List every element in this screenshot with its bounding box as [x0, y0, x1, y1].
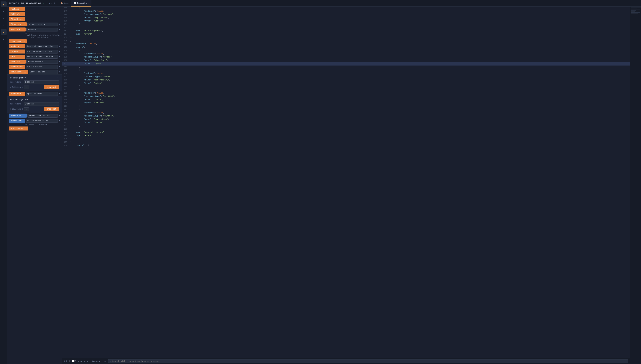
redeem-chevron[interactable]: ▼	[59, 50, 60, 53]
line-num-180: 180	[62, 118, 70, 120]
setInteres-button[interactable]: setInteres...	[9, 70, 28, 74]
setFeeRate-button[interactable]: setFeeRate	[9, 65, 25, 69]
run-icon[interactable]: ▶	[49, 2, 50, 4]
userMiners-input[interactable]	[26, 119, 58, 123]
send-input[interactable]	[26, 55, 58, 58]
getStack-input[interactable]	[27, 28, 58, 32]
line-content-165: {	[70, 69, 80, 71]
code-line-149: 149 "name": "expiration",	[62, 16, 630, 20]
redeem-input[interactable]	[26, 50, 58, 54]
line-num-174: 174	[62, 98, 70, 101]
listen-checkbox-row[interactable]: listen on all transactions	[72, 360, 107, 362]
code-line-153: 153 "name": "StackingMiner",	[62, 30, 630, 33]
code-line-158: 158 "inputs": [	[62, 46, 630, 49]
userBorro-input[interactable]	[28, 114, 58, 118]
userBorro-chevron[interactable]: ▼	[59, 114, 60, 117]
setFeeRate-input[interactable]	[26, 65, 58, 69]
stackingMiner-header[interactable]: stackingMiner ▲	[9, 76, 60, 80]
send-button[interactable]: send	[9, 54, 25, 58]
tab-fillabi[interactable]: 📄 FiLL.abi ✕	[71, 0, 92, 6]
userMiners-result: 0: bytes[]: 0x008d26	[7, 123, 62, 126]
transact-button[interactable]: transact	[44, 85, 59, 89]
stackingMiner-minerAddr-row: minerAddr:	[9, 80, 60, 84]
unstacking-transact-button[interactable]: transact	[44, 107, 59, 111]
send-row: send ▼	[7, 54, 62, 59]
line-num-186: 186	[62, 138, 70, 140]
main-content: DEPLOY & RUN TRANSACTIONS ✓ › ▶ ⌕ ⚙ 🏠 Ho…	[7, 0, 641, 364]
setInteres-row: setInteres... ▼	[7, 69, 62, 74]
code-line-175: 175 "type": "uint256"	[62, 102, 630, 105]
payback-chevron[interactable]: ▼	[59, 45, 60, 48]
interestR-button[interactable]: interestR...	[9, 39, 27, 43]
code-line-184: 184 "name": "UnstackingMiner",	[62, 131, 630, 134]
feeRate-button[interactable]: feeRate	[9, 7, 25, 11]
tx-search-box[interactable]: ⌕	[108, 359, 628, 363]
payback-button[interactable]: payback	[9, 44, 25, 48]
code-line-174: 174 "name": "quota",	[62, 98, 630, 102]
fleBalance-chevron[interactable]: ▼	[59, 23, 60, 26]
unstacking-dots-button[interactable]: ...	[24, 108, 29, 111]
interestR-row: interestR...	[7, 39, 62, 44]
userBorro-button[interactable]: userBorro...	[9, 114, 27, 118]
search-icon[interactable]: ⌕	[1, 15, 7, 21]
setExcha-input[interactable]	[27, 60, 58, 64]
line-num-146: 146	[62, 6, 70, 9]
setFeeRate-chevron[interactable]: ▼	[59, 66, 60, 68]
fillabi-tab-close[interactable]: ✕	[88, 2, 89, 4]
plugin-icon[interactable]: ✦	[1, 36, 7, 42]
tx-toggle-icon[interactable]: ⊞	[64, 360, 65, 362]
tx-history-icon[interactable]: ⟳	[66, 360, 68, 362]
setInteres-chevron[interactable]: ▼	[59, 70, 60, 73]
ubindMiner-input[interactable]	[26, 92, 58, 96]
setExcha-button[interactable]: setExcha...	[9, 60, 26, 64]
top-bar-title: DEPLOY & RUN TRANSACTIONS	[9, 2, 42, 4]
userMiners-chevron[interactable]: ▼	[59, 120, 60, 122]
files-icon[interactable]: ⊞	[1, 8, 7, 14]
git-icon[interactable]: ⑂	[1, 22, 7, 28]
tab-home[interactable]: 🏠 Home	[58, 0, 71, 6]
code-line-161: 161 "internalType": "bytes",	[62, 56, 630, 59]
logo-icon[interactable]: ◈	[1, 2, 7, 7]
code-line-146: 146 {	[62, 6, 630, 10]
top-bar: DEPLOY & RUN TRANSACTIONS ✓ › ▶ ⌕ ⚙ 🏠 Ho…	[7, 0, 641, 6]
chevron-icon: ›	[46, 2, 47, 4]
fleBalance-input[interactable]	[28, 22, 58, 26]
line-num-162: 162	[62, 59, 70, 61]
fillInfo-button[interactable]: fillInfo	[9, 12, 25, 16]
unstacking-calldata-button[interactable]: ⊕ Calldata	[10, 108, 21, 110]
stackingMiner-collapse[interactable]: ▲	[57, 76, 59, 79]
unstacking-copy-button[interactable]: ⊕	[22, 108, 23, 110]
search-tool-icon[interactable]: ⌕	[51, 2, 53, 4]
unstacking-minerAddr-input[interactable]	[24, 102, 59, 106]
getStack-button[interactable]: getStack...	[9, 28, 26, 32]
tx-search-input[interactable]	[112, 360, 626, 362]
fleAddress-button[interactable]: fleAddress	[9, 17, 25, 21]
dots-button[interactable]: ...	[24, 86, 29, 89]
userMiners-button[interactable]: userMiners	[9, 119, 25, 123]
calldata-button[interactable]: ⊕ Calldata	[10, 86, 21, 88]
getStack-chevron[interactable]: ▼	[59, 28, 60, 31]
calldata-icon: ⊕	[10, 86, 11, 88]
line-content-187: {	[70, 141, 71, 144]
line-num-175: 175	[62, 102, 70, 104]
fleBalance-button[interactable]: fleBalanc...	[9, 22, 27, 26]
send-chevron[interactable]: ▼	[59, 55, 60, 58]
utilizatio-button[interactable]: utilizatio...	[9, 126, 28, 130]
setInteres-input[interactable]	[29, 70, 58, 74]
unstackingMiner-header[interactable]: unstackingMiner ▲	[9, 98, 60, 102]
line-num-156: 156	[62, 39, 70, 42]
setExcha-chevron[interactable]: ▼	[59, 60, 60, 63]
listen-checkbox[interactable]	[72, 360, 75, 362]
unstackingMiner-collapse[interactable]: ▲	[57, 98, 59, 101]
minerAddr-input[interactable]	[24, 80, 59, 84]
ubindMiner-button[interactable]: ubindMiner	[9, 92, 25, 96]
payback-input[interactable]	[26, 44, 58, 48]
redeem-button[interactable]: redeem	[9, 50, 25, 54]
line-num-179: 179	[62, 115, 70, 117]
code-line-162: 162 "name": "minerAddr",	[62, 59, 630, 62]
deploy-icon[interactable]: ▶	[1, 29, 7, 35]
line-num-150: 150	[62, 20, 70, 22]
ubindMiner-chevron[interactable]: ▼	[59, 92, 60, 95]
copy-button[interactable]: ⊕	[22, 86, 23, 88]
settings-tool-icon[interactable]: ⚙	[54, 2, 55, 4]
